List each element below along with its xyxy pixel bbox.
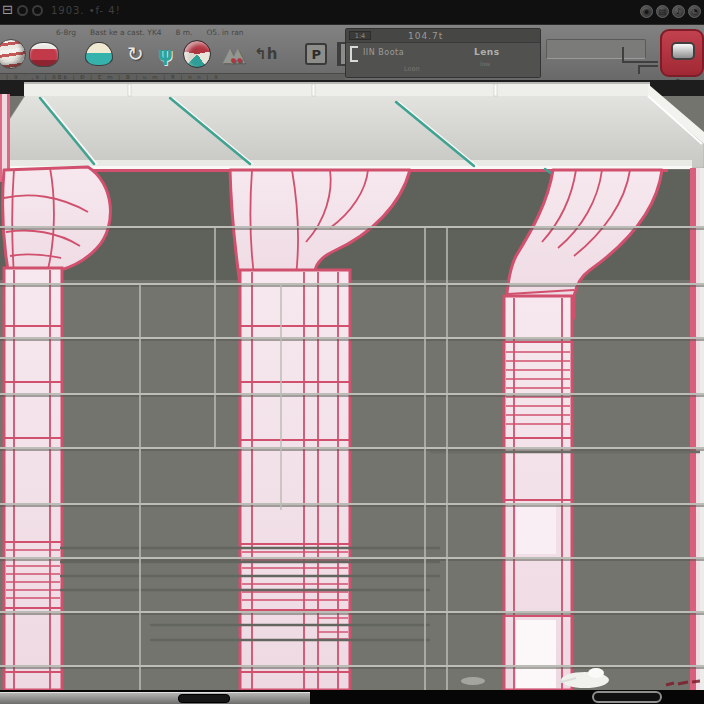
- lens-label: Lens: [474, 47, 500, 57]
- menu-item-4[interactable]: O5. in ran: [206, 28, 243, 37]
- settings-panel-header: 1:4 104.7t: [346, 29, 540, 43]
- tool-icons-row: ↻ ψ ▲▲●● ↰h P: [0, 37, 362, 71]
- window-control-2[interactable]: ▤: [656, 5, 669, 18]
- window-control-3[interactable]: ♪: [672, 5, 685, 18]
- render-button[interactable]: [660, 29, 704, 77]
- dome-tool-button[interactable]: [59, 37, 113, 71]
- checkbox[interactable]: [350, 46, 358, 62]
- title-left-cluster: ⊟ 1903. •f- 4!: [2, 3, 121, 17]
- monitor-icon: [671, 42, 695, 60]
- menu-item-3[interactable]: 8 m.: [176, 28, 193, 37]
- dome-icon: [85, 42, 113, 66]
- viewport-3d[interactable]: [0, 80, 704, 690]
- rotate-icon: ↻: [127, 42, 144, 66]
- menu-item-2[interactable]: Bast ke a cast. YK4: [90, 28, 162, 37]
- taskbar-button-1[interactable]: [178, 694, 230, 703]
- settings-panel-body: IIN Boota Leon Lens low: [346, 43, 540, 77]
- panel-tool-button[interactable]: P: [277, 37, 327, 71]
- sphere-tool-button[interactable]: [0, 37, 26, 71]
- ladder-column-left[interactable]: [4, 268, 62, 690]
- triangles-icon: ▲▲●●: [223, 43, 238, 65]
- prong-icon: ψ: [158, 43, 173, 65]
- main-field-value[interactable]: 104.7t: [408, 31, 443, 41]
- main-toolbar: 6-8rg Bast ke a cast. YK4 8 m. O5. in ra…: [0, 24, 704, 80]
- menu-bar: 6-8rg Bast ke a cast. YK4 8 m. O5. in ra…: [56, 28, 244, 37]
- teapot-icon: [29, 42, 59, 67]
- window-control-1[interactable]: ◉: [640, 5, 653, 18]
- teapot-tool-button[interactable]: [26, 37, 59, 71]
- menu-item-1[interactable]: 6-8rg: [56, 28, 76, 37]
- settings-panel: 1:4 104.7t IIN Boota Leon Lens low: [345, 28, 541, 78]
- faint-object: [461, 677, 485, 685]
- title-circle-icon-2: [32, 5, 43, 16]
- link-tool-button[interactable]: ↰h: [238, 37, 277, 71]
- column-right-bright-panel: [516, 620, 556, 688]
- checkbox-label: IIN Boota: [363, 48, 404, 57]
- title-bar: ⊟ 1903. •f- 4! ◉ ▤ ♪ ◔: [0, 0, 704, 24]
- window-control-4[interactable]: ◔: [688, 5, 701, 18]
- ladder-column-middle[interactable]: [240, 270, 350, 690]
- status-panel: [0, 692, 310, 704]
- prong-tool-button[interactable]: ψ: [158, 37, 173, 71]
- title-circle-icon-1: [17, 5, 28, 16]
- sphere-icon: [0, 39, 26, 69]
- bottom-bar: [0, 690, 704, 704]
- panel-box-icon: P: [305, 43, 327, 65]
- ladder-column-right[interactable]: [504, 296, 572, 690]
- checkbox-sublabel: Leon: [404, 65, 420, 73]
- connector-line-2: [638, 65, 658, 74]
- lens-sublabel: low: [480, 60, 490, 67]
- roof-slab[interactable]: [0, 82, 704, 181]
- rotate-tool-button[interactable]: ↻: [127, 37, 144, 71]
- connector-line-1: [622, 47, 658, 63]
- app-window: ⊟ 1903. •f- 4! ◉ ▤ ♪ ◔ 6-8rg Bast ke a c…: [0, 0, 704, 704]
- globe-icon: [183, 40, 211, 68]
- globe-tool-button[interactable]: [173, 37, 211, 71]
- mini-field[interactable]: 1:4: [349, 31, 371, 40]
- window-controls: ◉ ▤ ♪ ◔: [640, 5, 701, 18]
- taskbar-button-2[interactable]: [592, 691, 662, 703]
- app-icon: ⊟: [2, 3, 13, 17]
- column-right-panel: [516, 504, 556, 554]
- link-arrow-icon: ↰h: [254, 45, 277, 63]
- window-title: 1903. •f- 4!: [51, 5, 121, 16]
- align-tool-button[interactable]: ▲▲●●: [211, 37, 238, 71]
